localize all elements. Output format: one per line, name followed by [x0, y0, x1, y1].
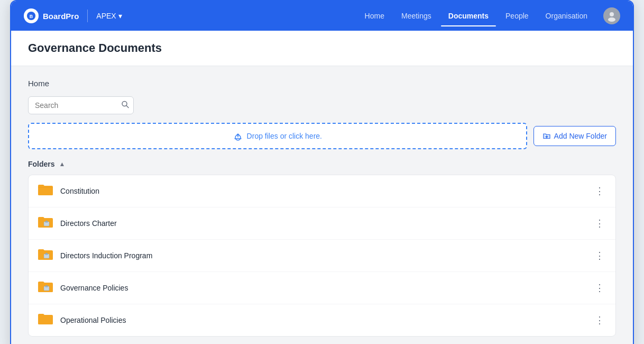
page-header: Governance Documents: [11, 31, 633, 66]
dropzone-label: Drop files or click here.: [247, 132, 322, 140]
nav-people[interactable]: People: [498, 7, 536, 24]
folder-menu-button[interactable]: ⋮: [592, 280, 607, 295]
folder-name: Governance Policies: [60, 284, 592, 292]
folder-menu-button[interactable]: ⋮: [592, 313, 607, 328]
folder-icon-constitution: [37, 183, 54, 200]
nav-links: Home Meetings Documents People Organisat…: [357, 7, 620, 24]
folder-add-icon: [542, 132, 551, 140]
folder-menu-button[interactable]: ⋮: [592, 184, 607, 198]
folder-icon-governance-policies: [37, 279, 54, 296]
upload-icon: [233, 131, 243, 141]
table-row[interactable]: Directors Induction Program ⋮: [29, 240, 615, 272]
folder-name: Constitution: [60, 187, 592, 195]
svg-text:B: B: [30, 14, 33, 19]
add-folder-button[interactable]: Add New Folder: [533, 126, 616, 146]
svg-line-5: [126, 106, 128, 108]
search-input[interactable]: [28, 96, 134, 114]
nav-documents[interactable]: Documents: [441, 7, 496, 24]
breadcrumb: Home: [28, 79, 616, 88]
search-box: [28, 96, 134, 114]
brand-logo: B: [24, 8, 39, 23]
avatar[interactable]: [603, 7, 620, 24]
brand-name: BoardPro: [43, 12, 79, 21]
folder-name: Operational Policies: [60, 316, 592, 324]
navbar: B BoardPro APEX ▾ Home Meetings Document…: [11, 1, 633, 31]
main-content: Home: [11, 66, 633, 344]
folder-icon-operational-policies: [37, 312, 54, 329]
nav-meetings[interactable]: Meetings: [394, 7, 439, 24]
folders-header[interactable]: Folders ▲: [28, 160, 616, 168]
svg-point-2: [610, 12, 614, 16]
svg-rect-14: [47, 254, 47, 256]
folders-label: Folders: [28, 160, 55, 168]
folders-chevron: ▲: [59, 160, 66, 168]
drop-and-add: Drop files or click here. Add New Folder: [28, 123, 616, 149]
table-row[interactable]: Operational Policies ⋮: [29, 304, 615, 336]
folders-section: Folders ▲ Constitution: [28, 160, 616, 337]
folder-icon-directors-charter: [37, 215, 54, 232]
svg-rect-17: [47, 286, 47, 288]
svg-rect-11: [47, 222, 47, 223]
nav-home[interactable]: Home: [357, 7, 392, 24]
folder-list: Constitution ⋮: [28, 175, 616, 337]
page-title: Governance Documents: [28, 41, 616, 55]
upload-dropzone[interactable]: Drop files or click here.: [28, 123, 527, 149]
navbar-divider: [87, 10, 88, 22]
folder-name: Directors Induction Program: [60, 251, 592, 260]
search-row: [28, 96, 616, 114]
brand: B BoardPro: [24, 8, 79, 23]
table-row[interactable]: Directors Charter ⋮: [29, 207, 615, 240]
svg-point-3: [608, 17, 615, 22]
folder-name: Directors Charter: [60, 219, 592, 228]
org-name[interactable]: APEX ▾: [96, 12, 122, 20]
folder-icon-directors-induction: [37, 247, 54, 264]
nav-organisation[interactable]: Organisation: [538, 7, 595, 24]
folder-menu-button[interactable]: ⋮: [592, 216, 607, 231]
search-icon-button[interactable]: [121, 101, 130, 111]
table-row[interactable]: Governance Policies ⋮: [29, 272, 615, 304]
folder-menu-button[interactable]: ⋮: [592, 248, 607, 263]
table-row[interactable]: Constitution ⋮: [29, 175, 615, 207]
org-dropdown-icon: ▾: [118, 12, 122, 20]
search-icon: [121, 101, 130, 109]
